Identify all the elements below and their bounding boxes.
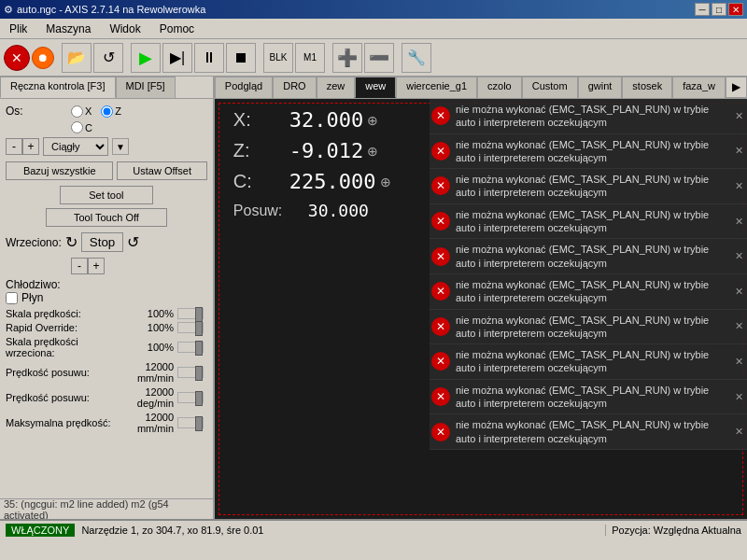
slider-rapid: Rapid Override: 100% — [6, 322, 207, 333]
error-dismiss-icon[interactable]: ✕ — [733, 426, 745, 438]
rtab-wiercenie[interactable]: wiercenie_g1 — [396, 77, 477, 98]
stop-button[interactable]: ⏹ — [226, 43, 256, 73]
slider-bar-1[interactable] — [177, 322, 204, 333]
menu-maszyna[interactable]: Maszyna — [40, 21, 96, 37]
error-close-button[interactable]: ✕ — [431, 142, 450, 161]
menu-widok[interactable]: Widok — [104, 21, 146, 37]
zoom-in-button[interactable]: ➕ — [332, 43, 362, 73]
error-dismiss-icon[interactable]: ✕ — [733, 110, 745, 122]
dropdown-arrow[interactable]: ▼ — [112, 138, 129, 155]
error-item: ✕nie można wykonać (EMC_TASK_PLAN_RUN) w… — [430, 99, 747, 134]
tab-mdi[interactable]: MDI [F5] — [116, 77, 176, 98]
bazuj-button[interactable]: Bazuj wszystkie — [6, 161, 113, 180]
rtab-custom[interactable]: Custom — [522, 77, 578, 98]
radio-z[interactable]: Z — [101, 105, 121, 118]
rtab-scroll-right[interactable]: ▶ — [726, 77, 747, 98]
slider-label-4: Prędkość posuwu: — [6, 392, 127, 403]
error-close-button[interactable]: ✕ — [431, 212, 450, 231]
axis-radio-group: X Z — [71, 105, 121, 118]
minus-button[interactable]: - — [6, 138, 22, 155]
close-button[interactable]: ✕ — [728, 3, 743, 16]
increment-select[interactable]: Ciągły 0.001 0.01 0.1 1 — [43, 137, 108, 156]
rtab-czolo[interactable]: czolo — [477, 77, 522, 98]
x-crosshair-icon: ⊕ — [367, 113, 378, 128]
z-value: -9.012 — [289, 139, 363, 162]
rtab-gwint[interactable]: gwint — [578, 77, 623, 98]
error-dismiss-icon[interactable]: ✕ — [733, 356, 745, 368]
sliders-section: Skala prędkości: 100% Rapid Override: 10… — [6, 308, 207, 434]
slider-bar-0[interactable] — [177, 308, 204, 319]
error-close-button[interactable]: ✕ — [431, 282, 450, 301]
menu-bar: Plik Maszyna Widok Pomoc — [0, 19, 747, 39]
error-panel: ✕nie można wykonać (EMC_TASK_PLAN_RUN) w… — [430, 99, 747, 519]
error-dismiss-icon[interactable]: ✕ — [733, 216, 745, 228]
rtab-stosek[interactable]: stosek — [622, 77, 672, 98]
block-button[interactable]: BLK — [263, 43, 293, 73]
error-close-button[interactable]: ✕ — [431, 317, 450, 336]
title-bar-controls: ─ □ ✕ — [695, 3, 743, 16]
error-close-button[interactable]: ✕ — [431, 247, 450, 266]
reload-button[interactable]: ↺ — [93, 43, 123, 73]
action-buttons: Bazuj wszystkie Ustaw Offset — [6, 161, 207, 180]
error-dismiss-icon[interactable]: ✕ — [733, 320, 745, 332]
radio-x[interactable]: X — [71, 105, 92, 118]
slider-bar-4[interactable] — [177, 392, 204, 403]
error-close-button[interactable]: ✕ — [431, 387, 450, 406]
slider-bar-3[interactable] — [177, 367, 204, 378]
slider-bar-5[interactable] — [177, 417, 204, 428]
touch-off-button[interactable]: Tool Touch Off — [46, 208, 167, 227]
spindle-plus-button[interactable]: + — [88, 258, 105, 274]
slider-bar-2[interactable] — [177, 342, 204, 353]
spindle-minus-button[interactable]: - — [71, 258, 88, 274]
spindle-ccw-icon[interactable]: ↺ — [127, 233, 139, 251]
toolbar: ✕ ⏺ 📂 ↺ ▶ ▶| ⏸ ⏹ BLK M1 ➕ ➖ 🔧 — [0, 39, 747, 77]
error-close-button[interactable]: ✕ — [431, 176, 450, 195]
tab-manual-control[interactable]: Ręczna kontrola [F3] — [0, 77, 116, 98]
c-label: C: — [233, 171, 289, 192]
error-close-button[interactable]: ✕ — [431, 352, 450, 371]
maximize-button[interactable]: □ — [712, 3, 726, 16]
position-label: Pozycja: Względna Aktualna — [606, 525, 747, 536]
error-dismiss-icon[interactable]: ✕ — [733, 391, 745, 403]
error-close-button[interactable]: ✕ — [431, 106, 450, 125]
pause-button[interactable]: ⏸ — [194, 43, 224, 73]
radio-c-label: C — [85, 122, 92, 133]
rtab-zew[interactable]: zew — [317, 77, 356, 98]
open-file-button[interactable]: 📂 — [62, 43, 92, 73]
error-dismiss-icon[interactable]: ✕ — [733, 180, 745, 192]
step-button[interactable]: ▶| — [162, 43, 192, 73]
m1-button[interactable]: M1 — [295, 43, 325, 73]
plus-button[interactable]: + — [22, 138, 39, 155]
ustaw-button[interactable]: Ustaw Offset — [117, 161, 206, 180]
slider-maks-predkosc: Maksymalna prędkość: 12000 mm/min — [6, 412, 207, 434]
power-button[interactable]: ⏺ — [32, 47, 54, 69]
bottom-bar: WŁĄCZONY Narzędzie 1, zo 304.7, xo 81.9,… — [0, 519, 747, 539]
tool-info: Narzędzie 1, zo 304.7, xo 81.9, śre 0.01 — [81, 525, 263, 536]
error-dismiss-icon[interactable]: ✕ — [733, 250, 745, 262]
spindle-stop-button[interactable]: Stop — [81, 232, 123, 252]
spindle-pm-row: - + — [6, 258, 207, 274]
x-value: 32.000 — [289, 108, 363, 132]
error-dismiss-icon[interactable]: ✕ — [733, 145, 745, 157]
menu-plik[interactable]: Plik — [4, 21, 33, 37]
rtab-faza[interactable]: faza_w — [672, 77, 726, 98]
error-item: ✕nie można wykonać (EMC_TASK_PLAN_RUN) w… — [430, 274, 747, 310]
radio-c[interactable]: C — [71, 121, 92, 133]
rtab-podglad[interactable]: Podgląd — [215, 77, 273, 98]
minimize-button[interactable]: ─ — [695, 3, 710, 16]
error-dismiss-icon[interactable]: ✕ — [733, 286, 745, 298]
error-close-button[interactable]: ✕ — [431, 423, 450, 441]
rtab-dro[interactable]: DRO — [273, 77, 316, 98]
menu-pomoc[interactable]: Pomoc — [154, 21, 200, 37]
run-button[interactable]: ▶ — [131, 43, 161, 73]
zoom-out-button[interactable]: ➖ — [364, 43, 394, 73]
error-item: ✕nie można wykonać (EMC_TASK_PLAN_RUN) w… — [430, 414, 747, 450]
tool-button[interactable]: 🔧 — [402, 43, 431, 73]
error-item: ✕nie można wykonać (EMC_TASK_PLAN_RUN) w… — [430, 344, 747, 380]
spindle-cw-icon[interactable]: ↻ — [65, 233, 78, 251]
estop-button[interactable]: ✕ — [4, 45, 30, 71]
plyn-checkbox[interactable] — [6, 292, 18, 304]
slider-val-2: 100% — [127, 342, 174, 353]
rtab-wew[interactable]: wew — [355, 77, 396, 98]
set-tool-button[interactable]: Set tool — [60, 186, 153, 204]
